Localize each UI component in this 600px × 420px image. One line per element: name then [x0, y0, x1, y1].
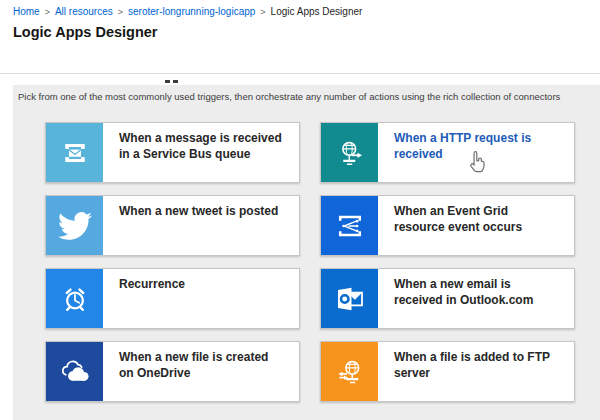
breadcrumb: Home>All resources>seroter-longrunning-l…: [13, 6, 362, 17]
trigger-card-label: When an Event Grid resource event occurs: [378, 196, 526, 255]
breadcrumb-separator: >: [45, 7, 50, 17]
clipped-text-fragment: [165, 80, 181, 83]
breadcrumb-home[interactable]: Home: [13, 6, 40, 17]
http-request-icon: [321, 123, 378, 182]
intro-text: Pick from one of the most commonly used …: [18, 91, 560, 102]
breadcrumb-current: Logic Apps Designer: [271, 6, 363, 17]
event-grid-icon: [321, 196, 378, 255]
trigger-card-label: When a new file is created on OneDrive: [103, 342, 272, 401]
trigger-gallery: When a message is received in a Service …: [45, 122, 575, 402]
ftp-icon: [321, 342, 378, 401]
trigger-card-ftp[interactable]: When a file is added to FTP server: [320, 341, 575, 402]
trigger-card-twitter[interactable]: When a new tweet is posted: [45, 195, 300, 256]
trigger-card-outlook[interactable]: When a new email is received in Outlook.…: [320, 268, 575, 329]
breadcrumb-logicapp[interactable]: seroter-longrunning-logicapp: [128, 6, 255, 17]
trigger-card-label: Recurrence: [103, 269, 189, 328]
page-title: Logic Apps Designer: [13, 24, 157, 40]
trigger-card-label: When a HTTP request is received: [378, 123, 535, 182]
service-bus-icon: [46, 123, 103, 182]
breadcrumb-separator: >: [260, 7, 265, 17]
trigger-card-http-request[interactable]: When a HTTP request is received: [320, 122, 575, 183]
trigger-card-recurrence[interactable]: Recurrence: [45, 268, 300, 329]
trigger-card-label: When a message is received in a Service …: [103, 123, 286, 182]
trigger-card-label: When a new email is received in Outlook.…: [378, 269, 537, 328]
header-divider: [0, 73, 600, 74]
breadcrumb-all-resources[interactable]: All resources: [55, 6, 113, 17]
recurrence-icon: [46, 269, 103, 328]
trigger-card-service-bus[interactable]: When a message is received in a Service …: [45, 122, 300, 183]
trigger-card-onedrive[interactable]: When a new file is created on OneDrive: [45, 341, 300, 402]
breadcrumb-separator: >: [118, 7, 123, 17]
outlook-icon: [321, 269, 378, 328]
trigger-card-label: When a file is added to FTP server: [378, 342, 554, 401]
trigger-card-event-grid[interactable]: When an Event Grid resource event occurs: [320, 195, 575, 256]
trigger-card-label: When a new tweet is posted: [103, 196, 282, 255]
onedrive-icon: [46, 342, 103, 401]
twitter-icon: [46, 196, 103, 255]
